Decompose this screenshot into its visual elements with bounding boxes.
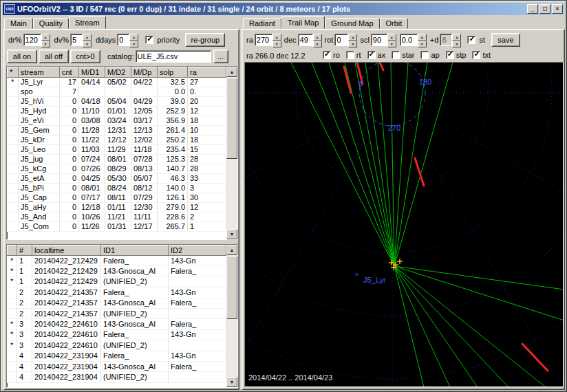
tab-radiant[interactable]: Radiant <box>243 18 281 29</box>
table-row[interactable]: J5_jug007/2408/0107/28125.328 <box>8 155 226 164</box>
table-row[interactable]: *320140422_224610143-Gnosca_AlFalera_ <box>8 319 226 329</box>
table-row[interactable]: J5_Leo011/0311/2911/18235.415 <box>8 145 226 155</box>
dv-up-icon[interactable]: ▲ <box>83 34 92 41</box>
ax-checkbox[interactable] <box>367 51 376 59</box>
stp-checkbox[interactable] <box>446 51 454 59</box>
dv-down-icon[interactable]: ▼ <box>83 41 92 47</box>
table-row[interactable]: J5_eVi003/0803/2403/17356.918 <box>8 116 226 126</box>
table-row[interactable]: J5_And010/2611/2111/11228.62 <box>8 213 226 222</box>
scroll-down-icon[interactable]: ▼ <box>226 377 237 387</box>
table-row[interactable]: J5_hVi004/1805/0404/2939.020 <box>8 97 226 107</box>
column-header[interactable]: * <box>8 67 19 78</box>
table-row[interactable]: *120140422_212429(UNIFIED_2) <box>8 276 226 287</box>
txt-checkbox[interactable] <box>472 51 480 59</box>
table-row[interactable]: spo70.00. <box>8 87 226 97</box>
column-header[interactable]: cnt <box>60 67 79 78</box>
scl-up-icon[interactable]: ▲ <box>387 34 396 41</box>
ddays-input[interactable] <box>117 34 129 46</box>
table-row[interactable]: J5_bPi008/0108/2408/12140.03 <box>8 184 226 193</box>
rot-down-icon[interactable]: ▼ <box>348 41 357 47</box>
scl2-input[interactable] <box>400 34 418 46</box>
column-header[interactable]: ID2 <box>169 246 226 256</box>
table-row[interactable]: J5_Hyd011/1001/0112/05252.912 <box>8 107 226 116</box>
table-row[interactable]: 220140422_214357143-Gnosca_AlFalera_ <box>8 298 226 308</box>
dv-input[interactable] <box>70 34 83 46</box>
plus-d-down-icon[interactable]: ▼ <box>452 41 461 47</box>
title-bar[interactable]: U02 UFOOrbitV2 -- 3 ID / 547 rec (0 err … <box>3 3 564 15</box>
scroll-down-icon[interactable]: ▼ <box>226 229 237 239</box>
plus-d-up-icon[interactable]: ▲ <box>452 34 461 41</box>
rot-up-icon[interactable]: ▲ <box>348 34 357 41</box>
table-row[interactable]: *320140422_224610Falera_143-Gn <box>8 329 226 340</box>
ra-input[interactable] <box>255 34 272 46</box>
dr-input[interactable] <box>23 34 41 46</box>
dec-down-icon[interactable]: ▼ <box>313 41 322 47</box>
maximize-button[interactable]: □ <box>539 4 550 14</box>
table-row[interactable]: J5_etA004/2505/3005/0746.333 <box>8 174 226 184</box>
ddays-up-icon[interactable]: ▲ <box>129 34 138 41</box>
scroll-up-icon[interactable]: ▲ <box>226 67 237 77</box>
table-row[interactable]: 420140422_231904(UNIFIED_2) <box>8 372 226 382</box>
all-on-button[interactable]: all on <box>7 50 37 63</box>
table-row[interactable]: 420140422_231904Falera_143-Gn <box>8 351 226 361</box>
tab-main[interactable]: Main <box>4 18 33 29</box>
rt-checkbox[interactable] <box>346 51 354 59</box>
ddays-down-icon[interactable]: ▼ <box>129 41 138 47</box>
priority-checkbox[interactable] <box>145 36 153 44</box>
table-row[interactable]: J5_Cap007/1708/1107/29126.130 <box>8 193 226 203</box>
table-row[interactable]: J5_Com011/2601/3112/17265.71 <box>8 222 226 232</box>
tab-quality[interactable]: Quality <box>33 18 69 29</box>
ra-down-icon[interactable]: ▼ <box>272 41 281 47</box>
st-checkbox[interactable] <box>467 36 475 44</box>
cnt-gt-zero-button[interactable]: cnt>0 <box>70 50 100 63</box>
rot-input[interactable] <box>334 34 348 46</box>
scl2-down-icon[interactable]: ▼ <box>418 41 427 47</box>
column-header[interactable]: ra <box>188 67 226 78</box>
regroup-button[interactable]: re-group <box>185 33 225 47</box>
column-header[interactable]: solp <box>158 67 188 78</box>
all-off-button[interactable]: all off <box>39 50 69 63</box>
table-row[interactable]: J5_aHy012/1801/1112/30279.012 <box>8 203 226 213</box>
scroll-thumb[interactable] <box>226 256 237 319</box>
scroll-thumb[interactable] <box>226 78 237 159</box>
table-row[interactable]: *J5_Lyr1704/1405/0204/2232.527 <box>8 78 226 87</box>
catalog-input[interactable] <box>136 50 211 63</box>
dec-input[interactable] <box>298 34 313 46</box>
column-header[interactable] <box>8 246 17 256</box>
trail-map-canvas[interactable]: 0180270^J5_Lyr2014/04/22 .. 2014/04/23 <box>244 62 564 387</box>
tab-ground-map[interactable]: Ground Map <box>325 18 379 29</box>
close-button[interactable]: ✕ <box>552 4 563 14</box>
ap-checkbox[interactable] <box>420 51 429 59</box>
column-header[interactable]: ID1 <box>101 246 169 256</box>
column-header[interactable]: # <box>17 246 32 256</box>
scl2-up-icon[interactable]: ▲ <box>418 34 427 41</box>
star-checkbox[interactable] <box>392 51 400 59</box>
column-header[interactable]: M/D1 <box>79 67 105 78</box>
scl-input[interactable] <box>371 34 387 46</box>
plus-d-input[interactable] <box>440 34 452 46</box>
table-row[interactable]: J5_kDr011/2212/1212/02250.218 <box>8 135 226 145</box>
table-row[interactable]: *120140422_212429Falera_143-Gn <box>8 256 226 266</box>
ro-checkbox[interactable] <box>323 51 331 59</box>
dr-up-icon[interactable]: ▲ <box>41 34 50 41</box>
column-header[interactable]: stream <box>19 67 60 78</box>
tab-trail-map[interactable]: Trail Map <box>281 16 325 29</box>
event-table-scrollbar[interactable]: ▲ ▼ <box>226 245 237 387</box>
table-row[interactable]: 220140422_214357(UNIFIED_2) <box>8 308 226 318</box>
minimize-button[interactable]: _ <box>527 4 538 14</box>
catalog-browse-button[interactable]: ... <box>213 50 228 63</box>
scl-down-icon[interactable]: ▼ <box>387 41 396 47</box>
column-header[interactable]: M/Dp <box>131 67 158 78</box>
dec-up-icon[interactable]: ▲ <box>313 34 322 41</box>
tab-stream[interactable]: Stream <box>69 16 105 29</box>
tab-orbit[interactable]: Orbit <box>380 18 409 29</box>
table-row[interactable]: J5_kCg007/2608/2908/13140.728 <box>8 164 226 174</box>
table-row[interactable]: 220140422_214357Falera_143-Gn <box>8 287 226 298</box>
table-row[interactable]: J5_Gem011/2812/3112/13261.410 <box>8 126 226 135</box>
scroll-up-icon[interactable]: ▲ <box>226 245 237 255</box>
table-row[interactable]: 420140422_231904143-Gnosca_AlFalera_ <box>8 361 226 371</box>
stream-table-scrollbar[interactable]: ▲ ▼ <box>226 67 237 239</box>
save-button[interactable]: save <box>491 33 520 47</box>
column-header[interactable]: localtime <box>32 246 101 256</box>
dr-down-icon[interactable]: ▼ <box>41 41 50 47</box>
